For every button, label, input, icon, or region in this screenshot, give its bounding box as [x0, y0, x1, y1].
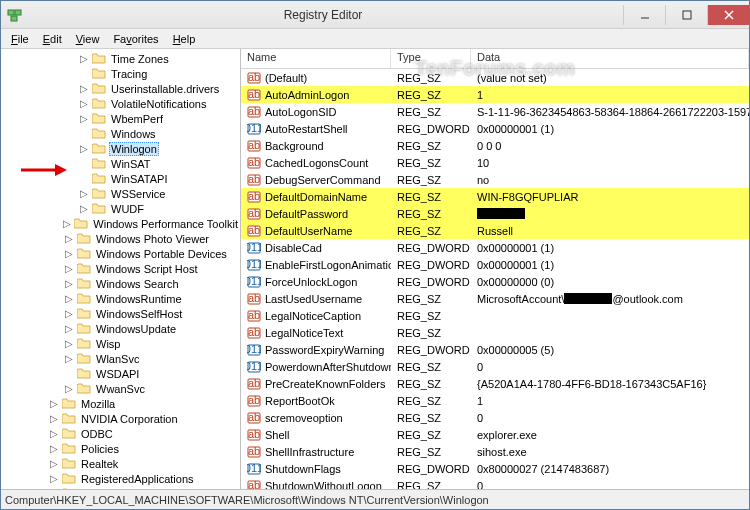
expand-toggle-icon[interactable]: ▷ [78, 83, 89, 94]
list-row[interactable]: abAutoAdminLogonREG_SZ1 [241, 86, 749, 103]
expand-toggle-icon[interactable]: ▷ [63, 263, 74, 274]
expand-toggle-icon[interactable]: ▷ [63, 233, 74, 244]
tree-node[interactable]: ▷Windows Search [3, 276, 240, 291]
list-row[interactable]: abLastUsedUsernameREG_SZMicrosoftAccount… [241, 290, 749, 307]
menu-view[interactable]: View [70, 31, 106, 47]
list-row[interactable]: abBackgroundREG_SZ0 0 0 [241, 137, 749, 154]
expand-toggle-icon[interactable]: ▷ [63, 293, 74, 304]
list-row[interactable]: 011AutoRestartShellREG_DWORD0x00000001 (… [241, 120, 749, 137]
expand-toggle-icon[interactable]: ▷ [48, 398, 59, 409]
tree-node[interactable]: ▷WwanSvc [3, 381, 240, 396]
expand-toggle-icon[interactable]: ▷ [48, 413, 59, 424]
list-row[interactable]: abDebugServerCommandREG_SZno [241, 171, 749, 188]
expand-toggle-icon[interactable]: ▷ [78, 98, 89, 109]
minimize-button[interactable] [623, 5, 665, 25]
tree-node[interactable]: ▷Policies [3, 441, 240, 456]
value-name-cell: abLegalNoticeText [241, 326, 391, 340]
expand-toggle-icon[interactable]: ▷ [63, 218, 71, 229]
expand-toggle-icon[interactable]: ▷ [78, 113, 89, 124]
tree-node[interactable]: ▷WUDF [3, 201, 240, 216]
tree-node[interactable]: ▷ODBC [3, 426, 240, 441]
tree-node[interactable]: ▷NVIDIA Corporation [3, 411, 240, 426]
list-row[interactable]: abDefaultDomainNameREG_SZWIN-F8GQFUPLIAR [241, 188, 749, 205]
tree-node[interactable]: ▷Winlogon [3, 141, 240, 156]
expand-toggle-icon[interactable]: ▷ [63, 323, 74, 334]
expand-toggle-icon[interactable]: ▷ [48, 473, 59, 484]
list-row[interactable]: 011PowerdownAfterShutdownREG_SZ0 [241, 358, 749, 375]
list-row[interactable]: abLegalNoticeTextREG_SZ [241, 324, 749, 341]
list-row[interactable]: abscremoveoptionREG_SZ0 [241, 409, 749, 426]
list-row[interactable]: abShellInfrastructureREG_SZsihost.exe [241, 443, 749, 460]
list-row[interactable]: abDefaultPasswordREG_SZ [241, 205, 749, 222]
tree-node[interactable]: ▷WindowsRuntime [3, 291, 240, 306]
expand-toggle-icon[interactable]: ▷ [78, 143, 89, 154]
expand-toggle-icon[interactable]: ▷ [63, 278, 74, 289]
tree-node[interactable]: ▷VolatileNotifications [3, 96, 240, 111]
expand-toggle-icon[interactable]: ▷ [78, 188, 89, 199]
expand-toggle-icon[interactable]: ▷ [63, 353, 74, 364]
list-row[interactable]: abReportBootOkREG_SZ1 [241, 392, 749, 409]
tree-node[interactable]: ▷WSService [3, 186, 240, 201]
list-row[interactable]: abAutoLogonSIDREG_SZS-1-11-96-3623454863… [241, 103, 749, 120]
column-header-type[interactable]: Type [391, 49, 471, 68]
tree-node[interactable]: ▷Windows Performance Toolkit [3, 216, 240, 231]
svg-text:ab: ab [248, 224, 260, 236]
list-row[interactable]: ab(Default)REG_SZ(value not set) [241, 69, 749, 86]
tree-node[interactable]: ▷WbemPerf [3, 111, 240, 126]
expand-toggle-icon[interactable]: ▷ [63, 308, 74, 319]
list-row[interactable]: abLegalNoticeCaptionREG_SZ [241, 307, 749, 324]
tree-node[interactable]: ▷Realtek [3, 456, 240, 471]
tree-node[interactable]: ▷Tracing [3, 66, 240, 81]
value-type-cell: REG_SZ [391, 72, 471, 84]
column-header-data[interactable]: Data [471, 49, 749, 68]
binary-value-icon: 011 [247, 462, 261, 476]
list-row[interactable]: abShellREG_SZexplorer.exe [241, 426, 749, 443]
menu-help[interactable]: Help [167, 31, 202, 47]
tree-node[interactable]: ▷SRS Labs [3, 486, 240, 489]
list-body[interactable]: ab(Default)REG_SZ(value not set)abAutoAd… [241, 69, 749, 489]
list-row[interactable]: abPreCreateKnownFoldersREG_SZ{A520A1A4-1… [241, 375, 749, 392]
tree-node[interactable]: ▷WSDAPI [3, 366, 240, 381]
list-row[interactable]: abCachedLogonsCountREG_SZ10 [241, 154, 749, 171]
list-row[interactable]: 011EnableFirstLogonAnimationREG_DWORD0x0… [241, 256, 749, 273]
tree-node[interactable]: ▷Wisp [3, 336, 240, 351]
expand-toggle-icon[interactable]: ▷ [48, 428, 59, 439]
expand-toggle-icon[interactable]: ▷ [48, 443, 59, 454]
tree-node[interactable]: ▷Windows Photo Viewer [3, 231, 240, 246]
expand-toggle-icon[interactable]: ▷ [63, 383, 74, 394]
column-header-name[interactable]: Name [241, 49, 391, 68]
menu-file[interactable]: File [5, 31, 35, 47]
expand-toggle-icon[interactable]: ▷ [48, 488, 59, 489]
list-row[interactable]: 011PasswordExpiryWarningREG_DWORD0x00000… [241, 341, 749, 358]
tree-node[interactable]: ▷WindowsUpdate [3, 321, 240, 336]
tree-node[interactable]: ▷Mozilla [3, 396, 240, 411]
value-type-cell: REG_DWORD [391, 463, 471, 475]
maximize-button[interactable] [665, 5, 707, 25]
tree-node[interactable]: ▷WlanSvc [3, 351, 240, 366]
tree-node[interactable]: ▷Windows Script Host [3, 261, 240, 276]
close-button[interactable] [707, 5, 749, 25]
menu-edit[interactable]: Edit [37, 31, 68, 47]
list-row[interactable]: 011ForceUnlockLogonREG_DWORD0x00000000 (… [241, 273, 749, 290]
list-row[interactable]: 011ShutdownFlagsREG_DWORD0x80000027 (214… [241, 460, 749, 477]
tree-node[interactable]: ▷Userinstallable.drivers [3, 81, 240, 96]
expand-toggle-icon[interactable]: ▷ [48, 458, 59, 469]
list-row[interactable]: abShutdownWithoutLogonREG_SZ0 [241, 477, 749, 489]
tree-scroll[interactable]: ▷Time Zones▷Tracing▷Userinstallable.driv… [1, 49, 240, 489]
menu-favorites[interactable]: Favorites [107, 31, 164, 47]
expand-toggle-icon[interactable]: ▷ [63, 248, 74, 259]
svg-text:ab: ab [248, 394, 260, 406]
svg-text:011: 011 [247, 241, 261, 253]
expand-toggle-icon[interactable]: ▷ [63, 338, 74, 349]
folder-icon [92, 113, 106, 124]
tree-node[interactable]: ▷Windows Portable Devices [3, 246, 240, 261]
tree-node[interactable]: ▷RegisteredApplications [3, 471, 240, 486]
tree-node[interactable]: ▷Windows [3, 126, 240, 141]
list-row[interactable]: abDefaultUserNameREG_SZRussell [241, 222, 749, 239]
value-data-cell: explorer.exe [471, 429, 749, 441]
expand-toggle-icon[interactable]: ▷ [78, 53, 89, 64]
tree-node[interactable]: ▷Time Zones [3, 51, 240, 66]
list-row[interactable]: 011DisableCadREG_DWORD0x00000001 (1) [241, 239, 749, 256]
tree-node[interactable]: ▷WindowsSelfHost [3, 306, 240, 321]
expand-toggle-icon[interactable]: ▷ [78, 203, 89, 214]
